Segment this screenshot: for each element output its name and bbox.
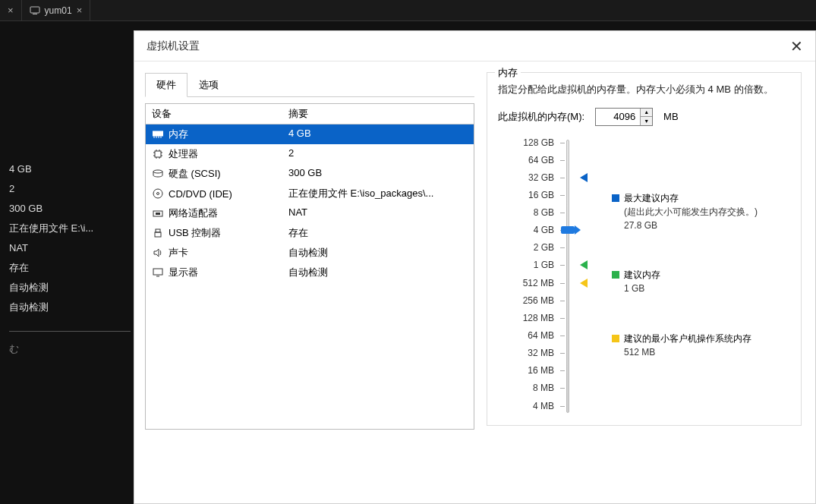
legend-title: 建议的最小客户机操作系统内存 (624, 333, 751, 344)
memory-legend-col: 最大建议内存(超出此大小可能发生内存交换。)27.8 GB建议内存1 GB建议的… (612, 140, 790, 413)
legend-title: 最大建议内存 (624, 193, 679, 203)
legend-item: 建议的最小客户机操作系统内存512 MB (612, 332, 751, 359)
legend-sub: 1 GB (624, 282, 660, 295)
legend-item: 建议内存1 GB (612, 268, 660, 295)
memory-unit: MB (663, 111, 679, 122)
device-name: 硬盘 (SCSI) (169, 167, 221, 181)
svg-point-17 (153, 189, 162, 198)
tab-blank[interactable]: × (0, 0, 22, 20)
legend-sub: (超出此大小可能发生内存交换。) (624, 205, 758, 219)
svg-rect-20 (156, 213, 160, 215)
svg-point-18 (157, 193, 159, 195)
svg-rect-0 (30, 7, 39, 13)
close-icon[interactable]: ✕ (790, 37, 803, 55)
marker-rec-icon (580, 260, 588, 269)
table-row[interactable]: 网络适配器NAT (146, 203, 474, 223)
tab-yum01[interactable]: yum01 × (22, 0, 91, 20)
slider-tick-label: 64 GB (528, 155, 554, 165)
svg-rect-23 (153, 269, 162, 275)
slider-tick-label: 32 MB (528, 348, 554, 358)
divider (9, 331, 131, 332)
slider-thumb[interactable] (561, 226, 575, 234)
svg-rect-1 (33, 14, 37, 14)
device-summary: 自动检测 (282, 263, 474, 282)
device-name: 处理器 (169, 147, 198, 161)
dialog-title: 虚拟机设置 (147, 39, 200, 53)
device-name: 内存 (169, 128, 188, 141)
side-value: 4 GB (9, 159, 131, 179)
slider-tick-label: 8 GB (534, 207, 554, 218)
nic-icon (152, 207, 164, 219)
legend-swatch-icon (612, 335, 619, 342)
device-summary: 2 (282, 144, 474, 164)
table-row[interactable]: 内存4 GB (146, 124, 474, 144)
tab-hardware[interactable]: 硬件 (145, 73, 187, 97)
slider-tick-label: 256 MB (523, 295, 554, 306)
vm-settings-dialog: 虚拟机设置 ✕ 硬件 选项 设备 摘要 内存4 GB处理器2硬盘 (SCSI)3… (134, 30, 816, 504)
table-row[interactable]: 声卡自动检测 (146, 243, 474, 263)
legend-sub: 512 MB (624, 345, 751, 359)
close-icon[interactable]: × (77, 5, 83, 16)
slider-tick-label: 128 MB (523, 313, 554, 323)
memory-spinner[interactable]: ▲ ▼ (595, 108, 653, 126)
device-name: USB 控制器 (169, 226, 221, 240)
side-value: 自动检测 (9, 278, 131, 298)
disk-icon (152, 168, 164, 180)
slider-track (566, 140, 569, 413)
side-summary-panel: 4 GB 2 300 GB 正在使用文件 E:\i... NAT 存在 自动检测… (9, 159, 131, 359)
close-icon[interactable]: × (8, 5, 14, 16)
col-summary-header: 摘要 (282, 104, 474, 124)
table-row[interactable]: 显示器自动检测 (146, 263, 474, 282)
cd-icon (152, 187, 164, 200)
svg-rect-7 (155, 151, 161, 157)
legend-title: 建议内存 (624, 269, 660, 280)
memory-input-label: 此虚拟机的内存(M): (498, 110, 584, 124)
marker-min-icon (580, 279, 588, 288)
table-row[interactable]: USB 控制器存在 (146, 223, 474, 243)
side-value: 存在 (9, 258, 131, 278)
table-row[interactable]: 处理器2 (146, 144, 474, 164)
device-name: 声卡 (169, 246, 188, 260)
svg-rect-22 (155, 232, 161, 237)
legend-sub: 27.8 GB (624, 219, 758, 232)
memory-slider[interactable]: 128 GB64 GB32 GB16 GB8 GB4 GB2 GB1 GB512… (498, 140, 589, 413)
device-summary: 正在使用文件 E:\iso_packages\... (282, 184, 474, 203)
side-value: 300 GB (9, 199, 131, 219)
device-name: CD/DVD (IDE) (169, 188, 232, 200)
table-row[interactable]: 硬盘 (SCSI)300 GB (146, 164, 474, 184)
spin-up-icon[interactable]: ▲ (641, 109, 652, 118)
tab-label: yum01 (45, 5, 72, 16)
device-summary: 300 GB (282, 164, 474, 184)
tab-options[interactable]: 选项 (187, 73, 230, 97)
table-row[interactable]: CD/DVD (IDE)正在使用文件 E:\iso_packages\... (146, 184, 474, 203)
memory-legend: 内存 (495, 66, 521, 80)
memory-input[interactable] (596, 109, 640, 125)
device-summary: 存在 (282, 223, 474, 243)
slider-tick-label: 4 MB (533, 401, 554, 411)
slider-tick-label: 16 MB (528, 365, 554, 376)
device-name: 显示器 (169, 266, 198, 279)
spin-down-icon[interactable]: ▼ (641, 117, 652, 125)
side-value: 正在使用文件 E:\i... (9, 219, 131, 238)
usb-icon (152, 227, 164, 239)
slider-tick-label: 8 MB (533, 383, 554, 393)
col-device-header: 设备 (146, 104, 282, 124)
device-summary: NAT (282, 203, 474, 223)
device-summary: 自动检测 (282, 243, 474, 263)
dialog-titlebar: 虚拟机设置 ✕ (134, 31, 815, 61)
svg-point-16 (153, 170, 162, 173)
slider-tick-label: 2 GB (534, 242, 554, 253)
vm-tab-icon (30, 5, 40, 16)
slider-tick-label: 64 MB (528, 330, 554, 341)
svg-rect-21 (156, 229, 160, 232)
cpu-icon (152, 148, 164, 160)
memory-group: 内存 指定分配给此虚拟机的内存量。内存大小必须为 4 MB 的倍数。 此虚拟机的… (487, 72, 802, 426)
device-name: 网络适配器 (169, 206, 218, 220)
svg-rect-2 (153, 131, 163, 136)
marker-max-icon (580, 173, 588, 182)
display-icon (152, 266, 164, 279)
slider-tick-label: 32 GB (528, 172, 554, 183)
legend-swatch-icon (612, 194, 619, 202)
slider-tick-label: 1 GB (534, 260, 554, 270)
side-value: NAT (9, 238, 131, 258)
